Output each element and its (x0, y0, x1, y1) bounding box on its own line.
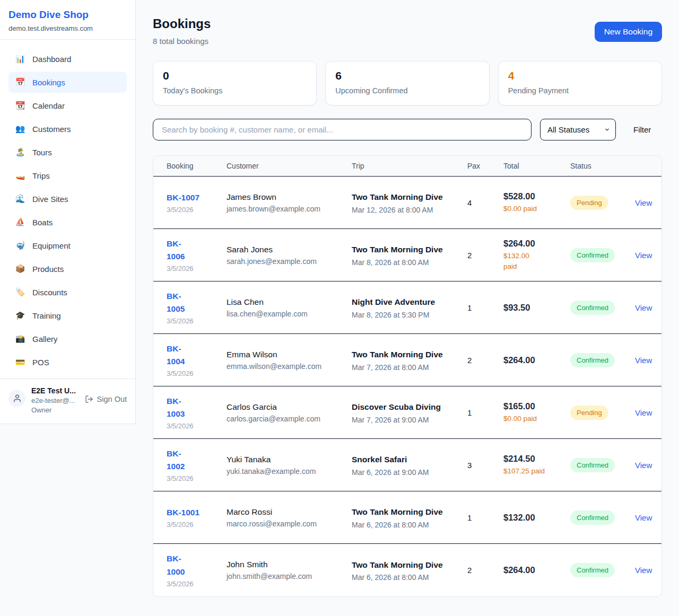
sign-out-label: Sign Out (97, 395, 127, 403)
trip-name: Discover Scuba Diving (352, 401, 443, 413)
customer-name: Yuki Tanaka (227, 455, 352, 464)
trip-name: Two Tank Morning Dive (352, 348, 443, 360)
sidebar-item-label: Training (32, 311, 61, 320)
sidebar-item-tours[interactable]: 🏝️ Tours (8, 142, 127, 163)
booking-date: 3/5/2026 (167, 265, 227, 272)
stat-value: 6 (335, 69, 479, 82)
view-link[interactable]: View (635, 513, 652, 522)
user-email: e2e-tester@... (31, 397, 76, 404)
trip-time: Mar 6, 2026 at 9:00 AM (352, 468, 467, 477)
stat-card-todays-bookings: 0 Today's Bookings (153, 61, 317, 105)
island-icon: 🏝️ (15, 147, 25, 157)
booking-id-link[interactable]: BK-1002 (167, 447, 191, 473)
bar-chart-icon: 📊 (15, 54, 25, 64)
booking-id-link[interactable]: BK-1005 (167, 290, 191, 315)
sidebar-item-training[interactable]: 🎓 Training (8, 305, 127, 326)
status-badge: Confirmed (570, 248, 615, 262)
sign-out-button[interactable]: Sign Out (85, 395, 127, 403)
wave-icon: 🌊 (15, 194, 25, 204)
view-link[interactable]: View (635, 566, 652, 575)
sidebar-item-calendar[interactable]: 📆 Calendar (8, 95, 127, 116)
sidebar-item-dive-sites[interactable]: 🌊 Dive Sites (8, 188, 127, 209)
sidebar-item-bookings[interactable]: 📅 Bookings (8, 72, 127, 93)
view-link[interactable]: View (635, 198, 652, 207)
view-link[interactable]: View (635, 461, 652, 470)
customer-email: james.brown@example.com (227, 205, 352, 213)
view-link[interactable]: View (635, 251, 652, 260)
stat-card-upcoming-confirmed: 6 Upcoming Confirmed (325, 61, 489, 105)
booking-date: 3/5/2026 (167, 580, 227, 588)
booking-id-link[interactable]: BK-1000 (167, 552, 191, 578)
table-row: BK-1004 3/5/2026 Emma Wilson emma.wilson… (153, 334, 661, 386)
trip-time: Mar 12, 2026 at 8:00 AM (352, 206, 467, 214)
stat-label: Upcoming Confirmed (335, 86, 479, 95)
table-row: BK-1002 3/5/2026 Yuki Tanaka yuki.tanaka… (153, 439, 661, 491)
booking-id-link[interactable]: BK-1004 (167, 342, 191, 368)
chevron-down-icon (604, 127, 610, 133)
booking-id-link[interactable]: BK-1001 (167, 506, 199, 519)
column-header-trip: Trip (352, 162, 467, 170)
status-badge: Confirmed (570, 458, 615, 472)
trip-time: Mar 8, 2026 at 8:00 AM (352, 258, 467, 267)
tear-calendar-icon: 📆 (15, 101, 25, 110)
shop-domain: demo.test.divestreams.com (8, 24, 127, 32)
filter-button[interactable]: Filter (633, 125, 651, 134)
sidebar-item-label: Equipment (32, 241, 71, 250)
view-link[interactable]: View (635, 303, 652, 312)
sidebar-item-boats[interactable]: ⛵ Boats (8, 212, 127, 233)
customer-name: James Brown (227, 192, 352, 202)
trip-name: Two Tank Morning Dive (352, 191, 443, 203)
sidebar-item-trips[interactable]: 🚤 Trips (8, 165, 127, 186)
stat-card-pending-payment: 4 Pending Payment (498, 61, 662, 105)
sidebar-item-dashboard[interactable]: 📊 Dashboard (8, 48, 127, 69)
customer-name: Emma Wilson (227, 350, 352, 359)
table-row: BK-1006 3/5/2026 Sarah Jones sarah.jones… (153, 229, 661, 281)
sidebar-item-discounts[interactable]: 🏷️ Discounts (8, 281, 127, 303)
total-amount: $528.00 (503, 191, 570, 201)
customer-name: Carlos Garcia (227, 402, 352, 412)
pax-count: 1 (467, 303, 503, 312)
customer-email: lisa.chen@example.com (227, 310, 352, 318)
customer-name: Sarah Jones (227, 245, 352, 254)
brand-block: Demo Dive Shop demo.test.divestreams.com (0, 0, 135, 40)
booking-id-link[interactable]: BK-1003 (167, 395, 191, 420)
main-content: Bookings 8 total bookings New Booking 0 … (136, 0, 679, 616)
total-amount: $132.00 (503, 513, 570, 523)
customer-name: Lisa Chen (227, 297, 352, 307)
trip-time: Mar 7, 2026 at 8:00 AM (352, 363, 467, 372)
status-badge: Confirmed (570, 563, 615, 577)
total-amount: $264.00 (503, 565, 570, 575)
table-header-row: Booking Customer Trip Pax Total Status (153, 156, 661, 177)
new-booking-button[interactable]: New Booking (595, 22, 662, 42)
sidebar-item-gallery[interactable]: 📸 Gallery (8, 328, 127, 349)
sidebar-item-products[interactable]: 📦 Products (8, 258, 127, 279)
logout-icon (85, 395, 93, 403)
user-role: Owner (31, 406, 76, 414)
amount-paid: $0.00 paid (503, 204, 570, 214)
customer-email: marco.rossi@example.com (227, 520, 352, 528)
customer-name: Marco Rossi (227, 507, 352, 517)
booking-date: 3/5/2026 (167, 422, 227, 430)
sidebar: Demo Dive Shop demo.test.divestreams.com… (0, 0, 136, 424)
sidebar-item-label: Gallery (32, 335, 58, 344)
sidebar-item-equipment[interactable]: 🤿 Equipment (8, 235, 127, 256)
trip-name: Two Tank Morning Dive (352, 559, 443, 571)
stat-value: 0 (163, 69, 307, 82)
stat-value: 4 (508, 69, 652, 82)
page-subtitle: 8 total bookings (153, 37, 211, 46)
sidebar-item-customers[interactable]: 👥 Customers (8, 118, 127, 139)
booking-date: 3/5/2026 (167, 369, 227, 377)
view-link[interactable]: View (635, 356, 652, 365)
pax-count: 1 (467, 408, 503, 417)
sidebar-item-label: Customers (32, 125, 71, 134)
status-select[interactable]: All Statuses (540, 119, 616, 140)
search-input[interactable] (153, 119, 532, 140)
booking-id-link[interactable]: BK-1006 (167, 237, 191, 263)
user-name: E2E Test U... (31, 386, 76, 395)
view-link[interactable]: View (635, 408, 652, 417)
sidebar-item-pos[interactable]: 💳 POS (8, 351, 127, 373)
customer-email: yuki.tanaka@example.com (227, 467, 352, 476)
total-amount: $93.50 (503, 303, 570, 313)
graduation-cap-icon: 🎓 (15, 311, 25, 320)
booking-id-link[interactable]: BK-1007 (167, 191, 199, 204)
